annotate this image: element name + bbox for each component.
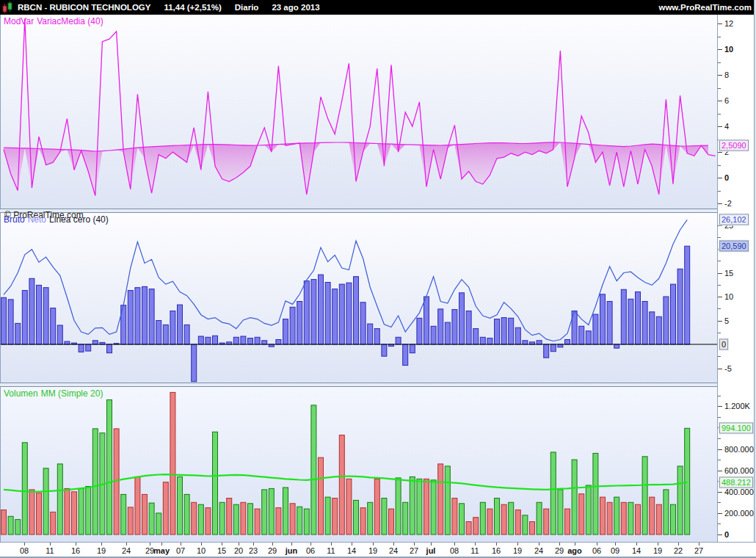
date-label: 29: [555, 546, 564, 555]
axis-tick: [718, 535, 722, 535]
date-tick: [126, 543, 127, 546]
price-axis[interactable]: 121086420-22,50902515105-526,10220,59001…: [717, 15, 754, 557]
axis-tick-label: -2: [724, 199, 732, 208]
axis-tick-label: 12: [724, 19, 733, 28]
date-tick: [559, 543, 560, 546]
date-tick: [50, 543, 51, 546]
axis-minor-tick: [718, 37, 721, 37]
prorealtime-window: RBCN - RUBICON TECHNOLOGY 11,44 (+2,51%)…: [0, 0, 756, 558]
indicator-name-mm: MM (Simple 20): [41, 388, 103, 399]
volume-panel[interactable]: VolumenMM (Simple 20): [0, 387, 717, 542]
date-tick: [161, 543, 162, 546]
date-tick: [699, 543, 699, 546]
volume-chart[interactable]: [1, 387, 718, 542]
indicator-name-bruto: Bruto: [4, 214, 25, 225]
candlestick-icon: [2, 1, 13, 14]
date-tick: [24, 543, 25, 546]
date-tick: [76, 543, 76, 546]
date-tick: [517, 543, 518, 546]
date-label: 23: [249, 546, 258, 555]
date-tick: [310, 543, 311, 546]
axis-tick-label: 200.000: [724, 509, 754, 518]
last-value-box-variacmedia: 2,5090: [719, 140, 749, 151]
date-tick: [636, 543, 637, 546]
title-bar: RBCN - RUBICON TECHNOLOGY 11,44 (+2,51%)…: [0, 0, 756, 15]
date-label: 16: [492, 546, 501, 555]
date-tick: [239, 543, 239, 546]
axis-minor-tick: [718, 523, 721, 524]
axis-tick: [718, 297, 722, 297]
axis-tick-label: 6: [724, 96, 729, 105]
date-tick: [393, 543, 394, 546]
modvar-panel[interactable]: ModVarVariacMedia (40) © ProRealTime.com: [0, 15, 717, 209]
date-label: 08: [20, 546, 29, 555]
axis-tick-label: 0: [724, 173, 729, 182]
indicator-name-volumen: Volumen: [4, 388, 38, 399]
modvar-chart[interactable]: [1, 15, 718, 209]
axis-tick: [718, 152, 722, 153]
axis-tick-label: -5: [724, 364, 732, 373]
date-label: 11: [327, 546, 335, 555]
bruto-neto-panel[interactable]: BrutoNetoLinea cero (40): [0, 213, 717, 383]
axis-tick: [718, 321, 722, 322]
last-value-box-volume: 994.100: [719, 423, 753, 434]
last-value-box-volume-ma: 488.212: [719, 477, 753, 488]
site-url: www.ProRealTime.com: [658, 3, 752, 12]
date-label: 07: [176, 546, 185, 555]
last-value-box-neto: 20,590: [719, 241, 749, 252]
date-label: 29: [268, 546, 277, 555]
date-tick: [496, 543, 497, 546]
date-tick: [597, 543, 597, 546]
axis-tick: [718, 178, 722, 178]
axis-tick: [718, 513, 722, 514]
axis-tick-label: 10: [724, 292, 733, 301]
date-tick: [539, 543, 539, 546]
date-label: 11: [46, 546, 54, 555]
axis-minor-tick: [718, 114, 721, 115]
date-label: 16: [71, 546, 80, 555]
date-tick: [475, 543, 476, 546]
date-label: 14: [347, 546, 356, 555]
date-label: 24: [389, 546, 398, 555]
volume-panel-label: VolumenMM (Simple 20): [4, 388, 106, 399]
axis-tick: [718, 23, 722, 24]
volume-bars: [1, 392, 690, 535]
date-label: 11: [470, 546, 479, 555]
date-label: 06: [306, 546, 315, 555]
timeframe-label: Diario: [235, 3, 259, 12]
axis-minor-tick: [718, 191, 721, 192]
date-label: 20: [234, 546, 243, 555]
date-tick: [431, 543, 432, 546]
axis-minor-tick: [718, 438, 721, 439]
month-label: may: [153, 546, 170, 555]
date-label: 06: [592, 546, 601, 555]
date-tick: [150, 543, 150, 546]
date-label: 09: [611, 546, 619, 555]
last-value-box-bruto: 26,102: [719, 214, 749, 225]
volume-ma-line: [4, 474, 687, 492]
date-label: 10: [197, 546, 206, 555]
date-label: 15: [217, 546, 226, 555]
date-label: 27: [694, 546, 703, 555]
last-quote: 11,44 (+2,51%): [164, 3, 221, 12]
month-label: jul: [426, 546, 436, 555]
axis-minor-tick: [718, 333, 721, 333]
indicator-name-linea-cero: Linea cero (40): [49, 214, 109, 225]
time-axis[interactable]: 081116192429may071015202329jun0611141924…: [0, 542, 756, 557]
date-tick: [454, 543, 455, 546]
zero-value-box: 0: [719, 339, 728, 350]
modvar-panel-label: ModVarVariacMedia (40): [4, 16, 106, 26]
date-label: 19: [368, 546, 377, 555]
axis-minor-tick: [718, 62, 721, 63]
axis-tick-label: 5: [724, 316, 729, 325]
session-date: 23 ago 2013: [272, 3, 319, 12]
axis-tick: [718, 406, 722, 407]
date-tick: [101, 543, 102, 546]
axis-minor-tick: [718, 502, 721, 503]
bruto-neto-chart[interactable]: [1, 213, 718, 383]
axis-tick: [718, 471, 722, 471]
bruto-bars: [1, 246, 690, 382]
date-tick: [222, 543, 222, 546]
axis-tick: [718, 49, 722, 50]
date-label: 24: [534, 546, 543, 555]
